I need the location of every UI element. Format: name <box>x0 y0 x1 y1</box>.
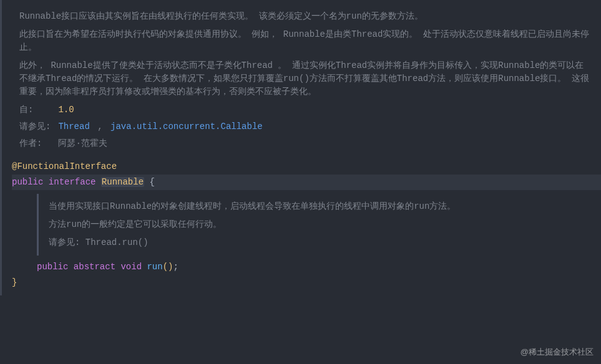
doc-paragraph: Runnable接口应该由其实例旨在由线程执行的任何类实现。 该类必须定义一个名… <box>19 10 591 23</box>
code-area[interactable]: @FunctionalInterface public interface Ru… <box>7 159 601 290</box>
semicolon: ; <box>173 262 178 272</box>
brace-close: } <box>12 277 17 287</box>
see-also-row: 请参见: Thread , java.util.concurrent.Calla… <box>19 120 591 133</box>
see-label: 请参见: <box>19 120 53 133</box>
see-link-callable[interactable]: java.util.concurrent.Callable <box>110 122 263 132</box>
keyword-public: public <box>37 262 68 272</box>
see-link-thread[interactable]: Thread <box>58 122 89 132</box>
code-container: Runnable接口应该由其实例旨在由线程执行的任何类实现。 该类必须定义一个名… <box>0 0 601 295</box>
see-also-row: 请参见: Thread.run() <box>49 236 589 249</box>
keyword-public: public <box>12 177 43 187</box>
interface-declaration-line: public interface Runnable { <box>12 175 601 190</box>
doc-paragraph: 此接口旨在为希望在活动时执行代码的对象提供通用协议。 例如， Runnable是… <box>19 28 591 54</box>
author-row: 作者: 阿瑟·范霍夫 <box>19 137 591 150</box>
separator: , <box>97 122 102 132</box>
keyword-void: void <box>120 262 142 272</box>
see-link-thread-run[interactable]: Thread.run() <box>86 237 149 247</box>
doc-paragraph: 此外， Runnable提供了使类处于活动状态而不是子类化Thread 。 通过… <box>19 59 591 98</box>
since-label: 自: <box>19 103 53 117</box>
annotation-functionalinterface: @FunctionalInterface <box>12 161 117 171</box>
parentheses: () <box>163 262 173 272</box>
see-label: 请参见: <box>49 237 80 247</box>
type-runnable: Runnable <box>101 177 144 187</box>
watermark: @稀土掘金技术社区 <box>520 346 594 358</box>
since-value: 1.0 <box>58 105 74 115</box>
since-row: 自: 1.0 <box>19 103 591 117</box>
method-javadoc: 当使用实现接口Runnable的对象创建线程时，启动线程会导致在单独执行的线程中… <box>37 194 601 256</box>
annotation-line: @FunctionalInterface <box>12 159 601 175</box>
author-label: 作者: <box>19 137 53 150</box>
author-value: 阿瑟·范霍夫 <box>58 138 107 148</box>
keyword-abstract: abstract <box>74 262 115 272</box>
doc-paragraph: 方法run的一般约定是它可以采取任何行动。 <box>49 218 589 231</box>
doc-paragraph: 当使用实现接口Runnable的对象创建线程时，启动线程会导致在单独执行的线程中… <box>49 200 589 213</box>
closing-brace-line: } <box>12 275 601 290</box>
class-javadoc: Runnable接口应该由其实例旨在由线程执行的任何类实现。 该类必须定义一个名… <box>7 5 601 159</box>
method-run: run <box>147 262 162 272</box>
keyword-interface: interface <box>49 177 96 187</box>
brace-open: { <box>149 177 154 187</box>
method-declaration-line: public abstract void run(); <box>12 259 601 275</box>
